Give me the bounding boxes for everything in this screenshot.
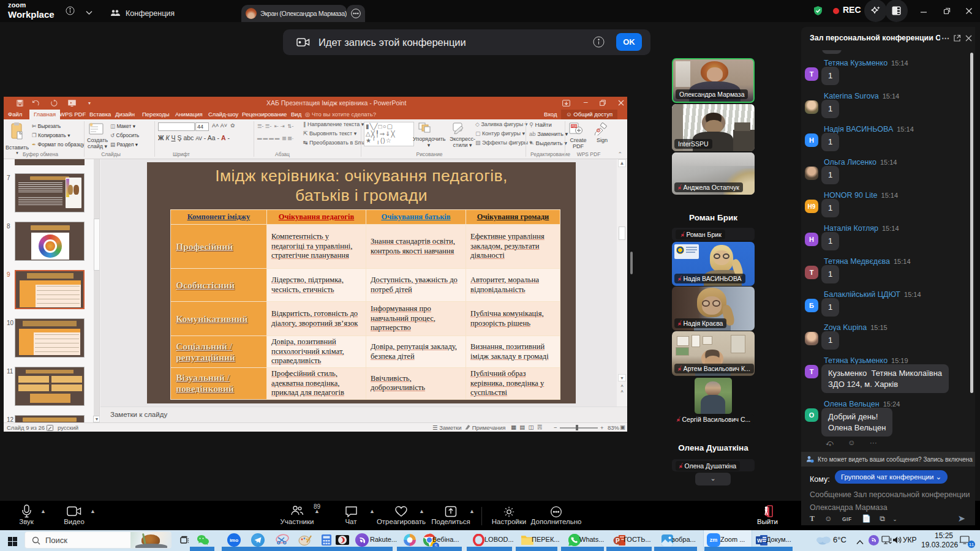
svg-text:P: P [598, 129, 600, 132]
svg-text:PDF: PDF [571, 125, 577, 128]
svg-text:P: P [616, 538, 620, 544]
svg-text:W: W [757, 538, 763, 544]
